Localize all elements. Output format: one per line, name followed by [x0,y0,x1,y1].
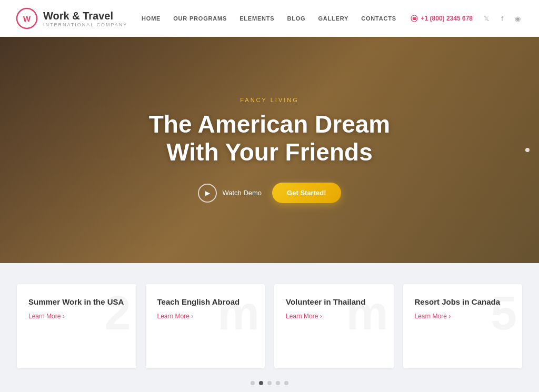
svg-text:w: w [23,13,31,24]
logo-icon: w [16,7,38,29]
hero-section: FANCY LIVING The American Dream With You… [0,37,539,263]
phone-icon: ☎ [411,15,418,22]
logo-area: w Work & Travel INTERNATIONAL COMPANY [16,7,127,29]
dot-1[interactable] [251,381,255,385]
nav-gallery[interactable]: GALLERY [318,15,348,22]
card-volunteer-thailand: m Volunteer in Thailand Learn More › [274,284,394,368]
header-right: ☎ +1 (800) 2345 678 𝕏 f ◉ [411,13,523,24]
cards-grid: 2 Summer Work in the USA Learn More › m … [17,284,522,368]
nav-contacts[interactable]: CONTACTS [361,15,396,22]
dot-3[interactable] [267,381,272,385]
card-resort-jobs: 5 Resort Jobs in Canada Learn More › [403,284,523,368]
card-summer-work: 2 Summer Work in the USA Learn More › [17,284,136,368]
card-title-3: Volunteer in Thailand [286,297,382,307]
card-title-4: Resort Jobs in Canada [415,297,511,307]
hero-content: FANCY LIVING The American Dream With You… [149,97,390,204]
logo-title: Work & Travel [43,9,127,22]
nav-blog[interactable]: BLOG [287,15,305,22]
card-title-2: Teach English Abroad [157,297,254,307]
watch-demo-button[interactable]: ▶ Watch Demo [198,184,262,203]
logo-text: Work & Travel INTERNATIONAL COMPANY [43,9,127,27]
logo-subtitle: INTERNATIONAL COMPANY [43,22,127,27]
hero-side-dot [525,148,530,152]
card-link-4[interactable]: Learn More › [415,313,511,320]
main-nav: HOME OUR PROGRAMS ELEMENTS BLOG GALLERY … [142,15,396,22]
header: w Work & Travel INTERNATIONAL COMPANY HO… [0,0,539,37]
pagination-dots [16,381,523,385]
nav-home[interactable]: HOME [142,15,161,22]
social-icons: 𝕏 f ◉ [481,13,523,24]
hero-buttons: ▶ Watch Demo Get Started! [149,183,390,203]
dot-5[interactable] [284,381,288,385]
hero-title-line1: The American Dream [149,110,390,138]
card-link-1[interactable]: Learn More › [28,313,125,320]
svg-text:☎: ☎ [412,17,416,21]
card-teach-english: m Teach English Abroad Learn More › [146,284,265,368]
dot-2[interactable] [259,381,263,385]
cards-section: 2 Summer Work in the USA Learn More › m … [0,263,539,392]
nav-programs[interactable]: OUR PROGRAMS [173,15,227,22]
hero-title: The American Dream With Your Friends [149,110,390,166]
facebook-icon[interactable]: f [497,13,507,24]
hero-title-line2: With Your Friends [166,138,372,166]
instagram-icon[interactable]: ◉ [513,13,523,24]
card-title-1: Summer Work in the USA [28,297,125,307]
play-icon: ▶ [198,184,217,203]
phone-area: ☎ +1 (800) 2345 678 [411,15,473,22]
hero-subtitle: FANCY LIVING [149,97,390,103]
twitter-icon[interactable]: 𝕏 [481,13,492,24]
watch-label: Watch Demo [222,189,262,197]
card-link-2[interactable]: Learn More › [157,313,254,320]
nav-elements[interactable]: ELEMENTS [239,15,274,22]
dot-4[interactable] [276,381,280,385]
card-link-3[interactable]: Learn More › [286,313,382,320]
get-started-button[interactable]: Get Started! [272,183,341,203]
phone-number: +1 (800) 2345 678 [421,15,473,22]
